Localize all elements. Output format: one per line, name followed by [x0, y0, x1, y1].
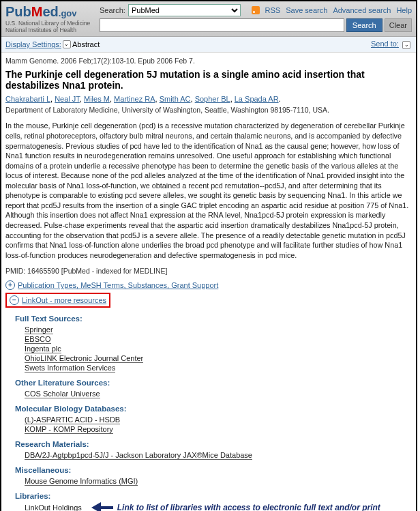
author-link[interactable]: La Spada AR	[235, 95, 279, 103]
section-molbio: Molecular Biology Databases:	[15, 405, 412, 413]
section-research: Research Materials:	[15, 440, 412, 448]
rss-icon[interactable]	[252, 6, 260, 14]
search-label: Search:	[100, 6, 125, 14]
resource-link[interactable]: Ingenta plc	[25, 345, 61, 353]
chevron-down-icon[interactable]: ⌄	[63, 40, 71, 48]
resource-link[interactable]: EBSCO	[25, 335, 51, 344]
author-link[interactable]: Sopher BL	[195, 95, 230, 103]
resource-link[interactable]: KOMP - KOMP Repository	[25, 425, 113, 434]
logo-subtitle-1: U.S. National Library of Medicine	[5, 20, 100, 27]
resource-link[interactable]: OhioLINK Electronic Journal Center	[25, 354, 143, 363]
search-button[interactable]: Search	[346, 18, 382, 32]
citation: Mamm Genome. 2006 Feb;17(2):103-10. Epub…	[5, 57, 412, 65]
linkout-label: LinkOut - more resources	[22, 296, 106, 304]
save-search-link[interactable]: Save search	[286, 6, 327, 14]
pubmed-logo: PubMed.gov	[5, 4, 100, 20]
section-misc: Miscellaneous:	[15, 466, 412, 474]
article-title: The Purkinje cell degeneration 5J mutati…	[5, 69, 412, 91]
author-list: Chakrabarti L, Neal JT, Miles M, Martine…	[5, 95, 412, 103]
help-link[interactable]: Help	[396, 6, 412, 14]
resource-link[interactable]: COS Scholar Universe	[25, 390, 100, 398]
clear-button[interactable]: Clear	[385, 18, 412, 32]
resource-link[interactable]: Mouse Genome Informatics (MGI)	[25, 477, 138, 486]
resource-link[interactable]: (L)-ASPARTIC ACID - HSDB	[25, 415, 120, 424]
linkout-expander[interactable]: − LinkOut - more resources	[5, 293, 110, 308]
send-to-link[interactable]: Send to:	[371, 40, 399, 48]
resource-link[interactable]: Swets Information Services	[25, 364, 115, 373]
author-link[interactable]: Chakrabarti L	[5, 95, 50, 103]
search-input[interactable]	[100, 18, 344, 32]
section-fulltext: Full Text Sources:	[15, 315, 412, 323]
resource-link[interactable]: DBA/2J-Agtpbp1pcd-5J/J - Jackson Laborat…	[25, 451, 252, 460]
pubtypes-expander[interactable]: + Publication Types, MeSH Terms, Substan…	[5, 280, 412, 290]
section-otherlit: Other Literature Sources:	[15, 379, 412, 387]
author-link[interactable]: Martinez RA	[114, 95, 155, 103]
display-mode: Abstract	[72, 40, 100, 48]
pmid-line: PMID: 16465590 [PubMed - indexed for MED…	[5, 267, 412, 275]
rss-link[interactable]: RSS	[265, 6, 281, 14]
author-link[interactable]: Neal JT	[55, 95, 80, 103]
display-settings-link[interactable]: Display Settings:	[5, 40, 61, 48]
arrow-left-icon	[86, 504, 113, 511]
advanced-search-link[interactable]: Advanced search	[333, 6, 391, 14]
plus-icon[interactable]: +	[5, 280, 15, 290]
resource-link[interactable]: Springer	[25, 325, 53, 334]
pubtypes-label: Publication Types, MeSH Terms, Substance…	[18, 281, 218, 289]
affiliation: Department of Laboratory Medicine, Unive…	[5, 106, 412, 114]
author-link[interactable]: Smith AC	[160, 95, 191, 103]
logo[interactable]: PubMed.gov U.S. National Library of Medi…	[5, 4, 100, 33]
author-link[interactable]: Miles M	[84, 95, 110, 103]
logo-subtitle-2: National Institutes of Health	[5, 27, 100, 33]
minus-icon[interactable]: −	[10, 295, 19, 305]
header-bar: PubMed.gov U.S. National Library of Medi…	[1, 1, 416, 37]
linkout-holdings-link[interactable]: LinkOut Holdings	[25, 503, 82, 511]
abstract-text: In the mouse, Purkinje cell degeneration…	[5, 121, 412, 260]
display-bar: Display Settings: ⌄ Abstract Send to: ⌄	[1, 37, 416, 53]
libraries-annotation: Link to list of libraries with access to…	[117, 503, 380, 511]
search-scope-select[interactable]: PubMed	[128, 4, 241, 16]
section-libraries: Libraries:	[15, 492, 412, 500]
chevron-down-icon[interactable]: ⌄	[402, 41, 410, 49]
